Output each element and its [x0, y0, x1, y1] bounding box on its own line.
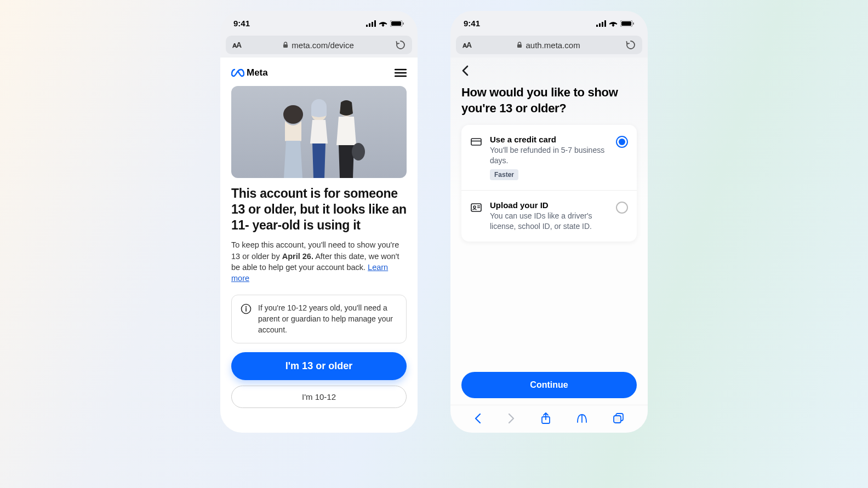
svg-rect-20 [602, 22, 603, 27]
text-size-icon[interactable]: ᴀA [232, 41, 241, 49]
svg-point-29 [473, 206, 476, 208]
page-headline: This account is for someone 13 or older,… [220, 186, 418, 239]
reload-icon[interactable] [396, 40, 406, 50]
svg-rect-6 [403, 22, 404, 25]
status-time: 9:41 [464, 19, 480, 28]
lock-icon [517, 42, 522, 48]
phone-left: 9:41 ᴀA meta.com/device Meta [220, 11, 418, 433]
continue-button[interactable]: Continue [461, 372, 637, 398]
svg-rect-23 [621, 21, 631, 26]
svg-rect-2 [372, 22, 373, 27]
status-icons [596, 20, 635, 27]
svg-point-16 [245, 306, 247, 307]
share-icon[interactable] [540, 412, 551, 425]
cellular-icon [366, 20, 376, 27]
meta-logo[interactable]: Meta [231, 67, 268, 78]
back-row [450, 58, 648, 81]
svg-point-11 [283, 105, 303, 124]
im-10-12-button[interactable]: I'm 10-12 [231, 386, 407, 408]
header-row: Meta [220, 58, 418, 83]
info-callout: If you're 10-12 years old, you'll need a… [231, 295, 407, 343]
svg-rect-24 [633, 22, 634, 25]
lock-icon [283, 42, 288, 48]
battery-icon [390, 20, 404, 27]
svg-rect-18 [596, 25, 598, 27]
radio-unselected[interactable] [616, 202, 628, 214]
svg-rect-3 [374, 20, 376, 27]
tabs-icon[interactable] [613, 412, 625, 424]
verification-question: How would you like to show you're 13 or … [450, 81, 648, 125]
nav-forward-icon [507, 413, 516, 424]
back-chevron-icon[interactable] [461, 65, 469, 76]
svg-rect-7 [283, 44, 288, 48]
option-credit-card[interactable]: Use a credit card You'll be refunded in … [461, 125, 637, 190]
nav-back-icon[interactable] [473, 413, 482, 424]
option-body: Upload your ID You can use IDs like a dr… [490, 200, 608, 232]
wifi-icon [379, 20, 387, 27]
cellular-icon [596, 20, 606, 27]
options-card: Use a credit card You'll be refunded in … [461, 125, 637, 242]
battery-icon [620, 20, 635, 27]
id-card-icon [470, 202, 482, 216]
reload-icon[interactable] [626, 40, 636, 50]
option-body: Use a credit card You'll be refunded in … [490, 135, 608, 180]
page-body: To keep this account, you'll need to sho… [220, 239, 418, 291]
status-time: 9:41 [233, 19, 250, 28]
wifi-icon [609, 20, 618, 27]
address-bar[interactable]: ᴀA meta.com/device [226, 36, 412, 54]
page-content: How would you like to show you're 13 or … [450, 58, 648, 433]
hero-illustration [231, 86, 407, 178]
url-display: auth.meta.com [517, 41, 580, 50]
svg-rect-5 [391, 21, 401, 26]
svg-rect-21 [604, 20, 606, 27]
faster-badge: Faster [490, 169, 518, 180]
option-desc: You'll be refunded in 5-7 business days. [490, 145, 608, 166]
bookmarks-icon[interactable] [576, 413, 588, 424]
status-bar: 9:41 [450, 11, 648, 32]
address-bar[interactable]: ᴀA auth.meta.com [456, 36, 642, 54]
phone-right: 9:41 ᴀA auth.meta.com How would you like… [450, 11, 648, 433]
hamburger-menu-icon[interactable] [395, 68, 407, 77]
option-desc: You can use IDs like a driver's license,… [490, 211, 608, 232]
safari-toolbar [450, 405, 648, 433]
option-upload-id[interactable]: Upload your ID You can use IDs like a dr… [461, 190, 637, 242]
radio-selected[interactable] [616, 136, 628, 148]
im-13-or-older-button[interactable]: I'm 13 or older [231, 352, 407, 380]
meta-infinity-icon [231, 68, 244, 77]
status-icons [366, 20, 404, 27]
svg-rect-26 [471, 139, 481, 145]
svg-point-14 [352, 143, 365, 160]
info-icon [241, 303, 252, 314]
svg-rect-25 [517, 44, 522, 48]
option-title: Upload your ID [490, 200, 608, 210]
option-title: Use a credit card [490, 135, 608, 144]
svg-rect-0 [366, 25, 368, 27]
svg-rect-19 [599, 23, 601, 27]
credit-card-icon [470, 136, 482, 150]
page-content: Meta This accoun [220, 58, 418, 433]
svg-rect-1 [369, 23, 370, 27]
url-display: meta.com/device [283, 41, 353, 50]
status-bar: 9:41 [220, 11, 418, 32]
text-size-icon[interactable]: ᴀA [462, 41, 471, 49]
svg-rect-34 [614, 416, 621, 423]
